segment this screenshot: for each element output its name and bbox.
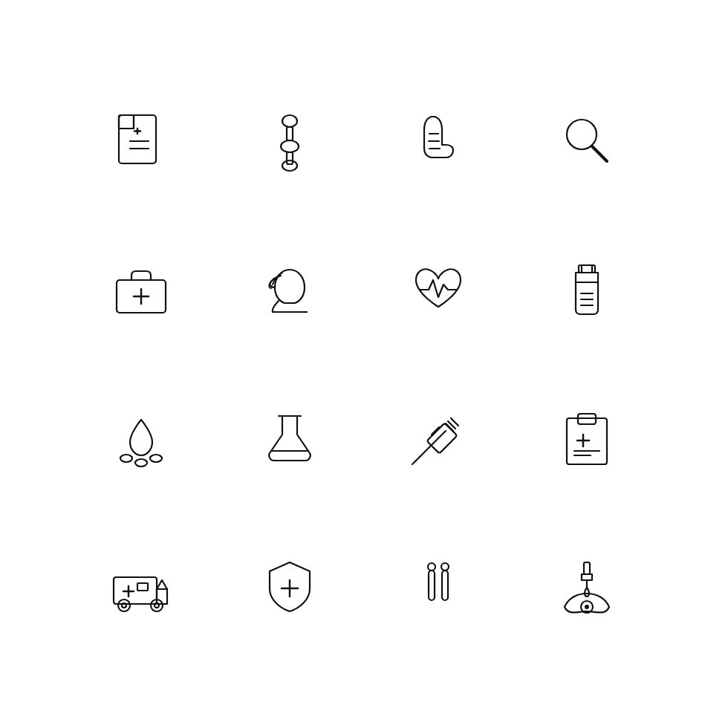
svg-point-57 — [441, 563, 449, 571]
svg-rect-45 — [114, 577, 157, 604]
svg-point-29 — [150, 455, 162, 462]
svg-point-11 — [282, 160, 297, 171]
svg-point-46 — [118, 599, 130, 611]
head-bandage-icon — [215, 215, 364, 364]
svg-point-49 — [155, 603, 159, 608]
svg-rect-56 — [429, 571, 435, 600]
svg-rect-58 — [442, 571, 448, 600]
svg-point-47 — [122, 603, 126, 608]
svg-line-37 — [415, 457, 420, 461]
svg-line-16 — [592, 146, 607, 161]
svg-point-28 — [135, 459, 147, 467]
magnifier-icon — [513, 67, 661, 215]
joint-bone-icon — [215, 67, 364, 215]
svg-rect-10 — [287, 152, 293, 164]
ambulance-icon — [67, 513, 215, 661]
test-tubes-icon — [364, 513, 513, 661]
svg-point-61 — [585, 605, 589, 609]
svg-rect-52 — [137, 583, 148, 591]
eye-drop-icon — [513, 513, 661, 661]
svg-point-27 — [120, 455, 132, 462]
svg-point-9 — [281, 140, 299, 152]
medical-shield-icon — [215, 513, 364, 661]
svg-point-7 — [282, 115, 297, 127]
svg-rect-33 — [426, 423, 457, 453]
syringe-icon — [364, 364, 513, 513]
flask-icon — [215, 364, 364, 513]
blood-drop-icon — [67, 364, 215, 513]
medical-clipboard-icon — [513, 364, 661, 513]
svg-rect-0 — [119, 115, 156, 163]
svg-rect-59 — [584, 562, 590, 574]
medical-file-icon — [67, 67, 215, 215]
svg-rect-8 — [287, 127, 293, 140]
svg-point-55 — [428, 563, 435, 571]
cast-foot-icon — [364, 67, 513, 215]
first-aid-kit-icon — [67, 215, 215, 364]
svg-rect-2 — [119, 115, 134, 129]
icon-grid — [67, 67, 661, 661]
heartbeat-icon — [364, 215, 513, 364]
medicine-bottle-icon — [513, 215, 661, 364]
